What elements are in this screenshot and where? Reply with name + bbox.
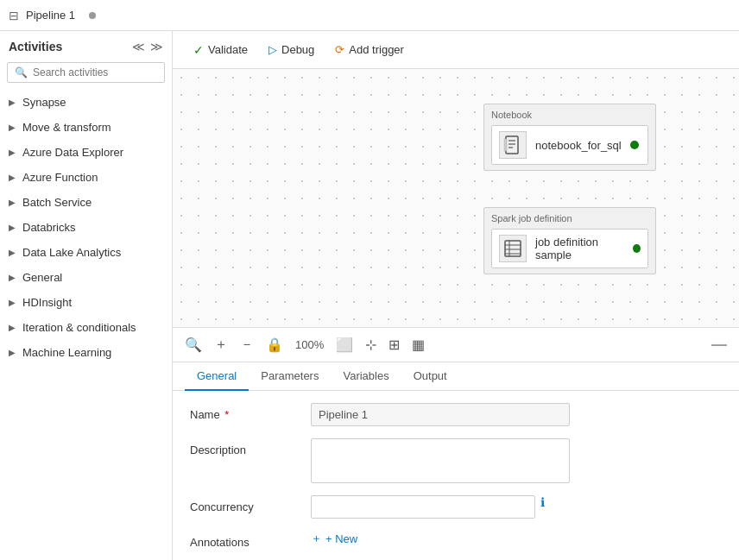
- chevron-right-icon: ▶: [9, 223, 16, 232]
- pipeline-icon: ⊟: [9, 9, 19, 22]
- sidebar-item-databricks[interactable]: ▶ Databricks: [0, 215, 172, 240]
- spark-name: job definition sample: [535, 236, 624, 261]
- sidebar-item-hdinsight[interactable]: ▶ HDInsight: [0, 290, 172, 315]
- remove-icon[interactable]: －: [240, 336, 254, 354]
- description-row: Description: [190, 438, 722, 483]
- pipeline-title: Pipeline 1: [26, 9, 75, 22]
- chevron-right-icon: ▶: [9, 123, 16, 132]
- sidebar-title: Activities: [9, 40, 62, 53]
- sidebar-label: Azure Function: [22, 171, 98, 184]
- chevron-right-icon: ▶: [9, 198, 16, 207]
- name-label: Name *: [190, 403, 311, 421]
- tab-output[interactable]: Output: [401, 362, 459, 391]
- unsaved-indicator: [89, 12, 96, 19]
- plus-icon: ＋: [311, 531, 322, 546]
- concurrency-input[interactable]: [311, 495, 535, 519]
- arrange-icon[interactable]: ⊞: [388, 337, 400, 353]
- sidebar-item-data-lake-analytics[interactable]: ▶ Data Lake Analytics: [0, 240, 172, 265]
- name-input[interactable]: [311, 403, 570, 426]
- validate-icon: ✓: [193, 43, 204, 57]
- chevron-right-icon: ▶: [9, 323, 16, 332]
- pipeline-toolbar: ✓ Validate ▷ Debug ⟳ Add trigger: [173, 31, 739, 69]
- collapse-icon[interactable]: ≪: [132, 40, 145, 53]
- name-row: Name *: [190, 403, 722, 426]
- sidebar-label: Synapse: [22, 96, 66, 109]
- sidebar-label: Machine Learning: [22, 346, 111, 359]
- concurrency-row: Concurrency ℹ: [190, 495, 722, 519]
- sidebar-label: General: [22, 271, 62, 284]
- pipeline-canvas[interactable]: Notebook notebook_for_sql: [173, 69, 739, 327]
- info-icon[interactable]: ℹ: [540, 495, 545, 509]
- lock-icon[interactable]: 🔒: [266, 337, 283, 353]
- fit-screen-icon[interactable]: ⬜: [336, 337, 353, 353]
- sidebar-controls: ≪ ≫: [132, 40, 163, 53]
- sidebar-item-move-transform[interactable]: ▶ Move & transform: [0, 115, 172, 140]
- search-canvas-icon[interactable]: 🔍: [185, 337, 202, 353]
- description-input[interactable]: [311, 438, 570, 483]
- notebook-card[interactable]: Notebook notebook_for_sql: [483, 104, 656, 171]
- chevron-right-icon: ▶: [9, 348, 16, 357]
- sidebar-label: Iteration & conditionals: [22, 321, 136, 334]
- spark-card[interactable]: Spark job definition job definition samp…: [483, 207, 656, 274]
- sidebar-item-iteration-conditionals[interactable]: ▶ Iteration & conditionals: [0, 315, 172, 340]
- tab-general[interactable]: General: [185, 362, 249, 391]
- sidebar-label: Move & transform: [22, 121, 111, 134]
- svg-rect-0: [506, 136, 518, 154]
- tab-parameters[interactable]: Parameters: [249, 362, 331, 391]
- validate-button[interactable]: ✓ Validate: [185, 39, 256, 61]
- panel-tabs: General Parameters Variables Output: [173, 362, 739, 391]
- sidebar-header: Activities ≪ ≫: [0, 31, 172, 59]
- spark-card-type: Spark job definition: [491, 213, 648, 223]
- select-icon[interactable]: ⊹: [365, 337, 376, 353]
- sidebar-item-batch-service[interactable]: ▶ Batch Service: [0, 190, 172, 215]
- chevron-right-icon: ▶: [9, 248, 16, 257]
- search-icon: 🔍: [15, 66, 28, 79]
- collapse-panel-icon[interactable]: —: [711, 336, 727, 354]
- sidebar-label: Azure Data Explorer: [22, 146, 123, 159]
- chevron-right-icon: ▶: [9, 298, 16, 307]
- add-trigger-label: Add trigger: [349, 43, 404, 56]
- svg-rect-4: [504, 139, 507, 151]
- canvas-toolbar: 🔍 ＋ － 🔒 100% ⬜ ⊹ ⊞ ▦ —: [173, 327, 739, 362]
- add-trigger-button[interactable]: ⟳ Add trigger: [326, 39, 413, 60]
- notebook-card-body: notebook_for_sql: [491, 125, 648, 165]
- bottom-panel: General Parameters Variables Output Name…: [173, 362, 739, 560]
- sidebar-item-machine-learning[interactable]: ▶ Machine Learning: [0, 340, 172, 365]
- new-label: + New: [325, 532, 357, 545]
- add-icon[interactable]: ＋: [214, 336, 228, 354]
- spark-status-dot: [633, 244, 641, 253]
- search-box[interactable]: 🔍: [7, 62, 165, 83]
- description-label: Description: [190, 438, 311, 456]
- trigger-icon: ⟳: [335, 43, 344, 56]
- notebook-card-type: Notebook: [491, 110, 648, 120]
- search-input[interactable]: [33, 66, 157, 79]
- chevron-right-icon: ▶: [9, 273, 16, 282]
- sidebar-item-general[interactable]: ▶ General: [0, 265, 172, 290]
- validate-label: Validate: [208, 43, 248, 56]
- notebook-icon: [499, 131, 527, 159]
- canvas-area: ✓ Validate ▷ Debug ⟳ Add trigger Noteboo…: [173, 31, 739, 560]
- zoom-fit-icon[interactable]: 100%: [295, 338, 324, 351]
- sidebar-item-azure-function[interactable]: ▶ Azure Function: [0, 165, 172, 190]
- layout-icon[interactable]: ▦: [412, 337, 425, 353]
- annotations-controls: ＋ + New: [311, 531, 357, 546]
- sidebar-label: Batch Service: [22, 196, 92, 209]
- panel-content: Name * Description Concurrency ℹ: [173, 391, 739, 560]
- debug-button[interactable]: ▷ Debug: [260, 39, 323, 60]
- chevron-right-icon: ▶: [9, 98, 16, 107]
- activities-sidebar: Activities ≪ ≫ 🔍 ▶ Synapse ▶ Move & tran…: [0, 31, 173, 560]
- debug-label: Debug: [281, 43, 314, 56]
- annotations-row: Annotations ＋ + New: [190, 531, 722, 549]
- top-bar: ⊟ Pipeline 1: [0, 0, 739, 31]
- notebook-name: notebook_for_sql: [535, 139, 622, 152]
- sidebar-label: Databricks: [22, 221, 75, 234]
- debug-icon: ▷: [268, 43, 277, 56]
- new-annotation-button[interactable]: ＋ + New: [311, 531, 357, 546]
- sidebar-item-azure-data-explorer[interactable]: ▶ Azure Data Explorer: [0, 140, 172, 165]
- tab-variables[interactable]: Variables: [331, 362, 401, 391]
- sidebar-item-synapse[interactable]: ▶ Synapse: [0, 90, 172, 115]
- spark-card-body: job definition sample: [491, 229, 648, 268]
- expand-icon[interactable]: ≫: [150, 40, 163, 53]
- sidebar-label: Data Lake Analytics: [22, 246, 121, 259]
- chevron-right-icon: ▶: [9, 173, 16, 182]
